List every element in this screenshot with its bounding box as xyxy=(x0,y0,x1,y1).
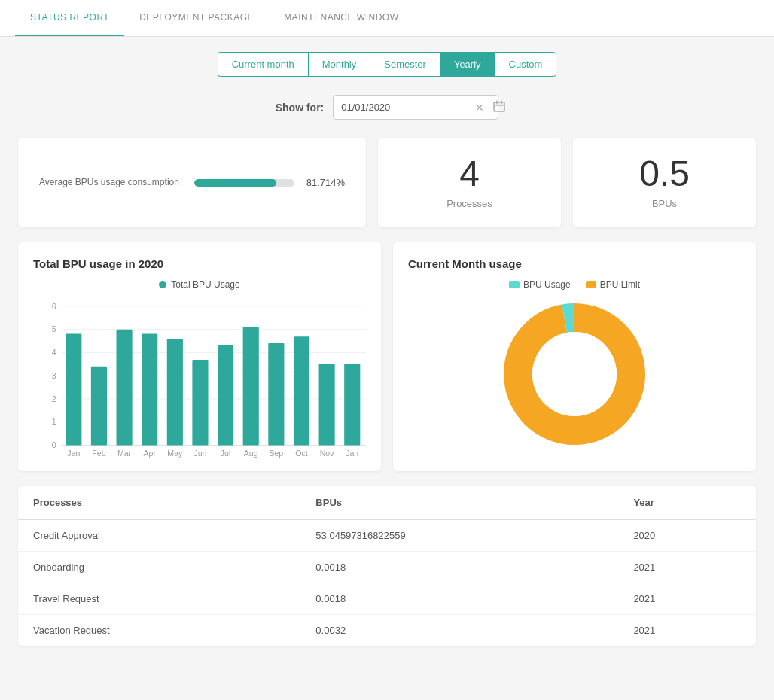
donut-legend: BPU Usage BPU Limit xyxy=(509,279,640,290)
show-for-label: Show for: xyxy=(276,102,325,114)
table-row: Onboarding 0.0018 2021 xyxy=(18,552,756,583)
calendar-icon xyxy=(493,100,505,112)
cell-bpus: 0.0018 xyxy=(300,583,618,615)
bpu-usage-legend-box xyxy=(509,281,520,288)
svg-rect-0 xyxy=(494,102,504,111)
period-selector: Current month Monthly Semester Yearly Cu… xyxy=(18,52,756,77)
processes-label: Processes xyxy=(393,198,546,209)
bar-chart-title: Total BPU usage in 2020 xyxy=(33,257,366,270)
period-current-month[interactable]: Current month xyxy=(218,52,308,77)
svg-text:Mar: Mar xyxy=(117,449,132,458)
svg-text:5: 5 xyxy=(52,325,56,334)
svg-text:Apr: Apr xyxy=(143,449,156,458)
svg-text:1: 1 xyxy=(52,417,56,426)
cell-year: 2020 xyxy=(618,519,756,552)
table-row: Credit Approval 53.04597316822559 2020 xyxy=(18,519,756,552)
bpus-card: 0.5 BPUs xyxy=(573,138,756,227)
bar-chart-svg: 6 5 4 3 2 1 0 xyxy=(33,296,366,461)
bar-chart-legend: Total BPU Usage xyxy=(33,279,366,290)
date-input[interactable] xyxy=(341,102,468,113)
svg-text:2: 2 xyxy=(52,394,56,403)
bar-oct xyxy=(294,336,309,445)
bar-jan2 xyxy=(344,364,360,446)
bar-apr xyxy=(142,333,157,445)
cell-year: 2021 xyxy=(618,552,756,583)
bpus-label: BPUs xyxy=(588,198,741,209)
bar-nov xyxy=(319,364,335,446)
progress-percentage: 81.714% xyxy=(303,177,345,188)
donut-center xyxy=(532,332,617,416)
bpu-limit-legend: BPU Limit xyxy=(586,279,640,290)
top-nav: STATUS REPORT DEPLOYMENT PACKAGE MAINTEN… xyxy=(0,0,774,37)
cell-year: 2021 xyxy=(618,615,756,647)
bpu-limit-legend-label: BPU Limit xyxy=(600,279,640,290)
table-row: Travel Request 0.0018 2021 xyxy=(18,583,756,615)
svg-text:Jun: Jun xyxy=(194,449,206,458)
date-input-wrapper: ✕ xyxy=(333,95,498,120)
svg-text:3: 3 xyxy=(52,371,56,380)
bpu-limit-legend-box xyxy=(586,281,596,288)
tab-maintenance-window[interactable]: MAINTENANCE WINDOW xyxy=(269,0,413,36)
usage-card: Average BPUs usage consumption 81.714% xyxy=(18,138,366,227)
usage-label: Average BPUs usage consumption xyxy=(39,176,179,189)
table-row: Vacation Request 0.0032 2021 xyxy=(18,615,756,647)
processes-value: 4 xyxy=(393,156,546,192)
svg-text:Jan: Jan xyxy=(67,449,80,458)
svg-text:Jul: Jul xyxy=(221,449,230,458)
col-year: Year xyxy=(618,486,756,519)
calendar-icon-button[interactable] xyxy=(492,100,507,114)
col-bpus: BPUs xyxy=(300,486,618,519)
bar-jan xyxy=(66,333,81,445)
svg-text:Oct: Oct xyxy=(295,449,307,458)
period-custom[interactable]: Custom xyxy=(495,52,557,77)
progress-bar-bg xyxy=(194,179,294,187)
svg-text:Jan: Jan xyxy=(346,449,358,458)
donut-area: BPU Usage BPU Limit xyxy=(408,279,741,449)
show-for-row: Show for: ✕ xyxy=(18,95,756,120)
cell-year: 2021 xyxy=(618,583,756,615)
svg-text:Nov: Nov xyxy=(320,449,334,458)
period-yearly[interactable]: Yearly xyxy=(440,52,495,77)
chart-row: Total BPU usage in 2020 Total BPU Usage … xyxy=(18,242,756,471)
stat-cards-row: Average BPUs usage consumption 81.714% 4… xyxy=(18,138,756,227)
bar-sep xyxy=(268,343,284,445)
bar-jun xyxy=(192,360,208,445)
bpu-usage-legend: BPU Usage xyxy=(509,279,571,290)
cell-bpus: 0.0018 xyxy=(300,552,618,583)
progress-area: 81.714% xyxy=(194,177,345,188)
donut-chart-card: Current Month usage BPU Usage BPU Limit xyxy=(393,242,756,471)
svg-text:May: May xyxy=(167,449,183,458)
bar-may xyxy=(167,339,183,445)
svg-text:Sep: Sep xyxy=(269,449,283,458)
tab-status-report[interactable]: STATUS REPORT xyxy=(15,0,124,36)
table-header-row: Processes BPUs Year xyxy=(18,486,756,519)
clear-date-button[interactable]: ✕ xyxy=(474,102,486,114)
bar-mar xyxy=(117,330,133,446)
svg-text:6: 6 xyxy=(52,302,56,311)
svg-text:0: 0 xyxy=(52,440,56,449)
svg-text:Aug: Aug xyxy=(244,449,258,458)
cell-process: Travel Request xyxy=(18,583,300,615)
col-processes: Processes xyxy=(18,486,300,519)
cell-bpus: 0.0032 xyxy=(300,615,618,647)
bar-chart-card: Total BPU usage in 2020 Total BPU Usage … xyxy=(18,242,381,471)
processes-card: 4 Processes xyxy=(378,138,561,227)
data-table: Processes BPUs Year Credit Approval 53.0… xyxy=(18,486,756,646)
period-monthly[interactable]: Monthly xyxy=(308,52,370,77)
page-container: STATUS REPORT DEPLOYMENT PACKAGE MAINTEN… xyxy=(0,0,774,700)
donut-svg xyxy=(499,299,650,449)
cell-bpus: 53.04597316822559 xyxy=(300,519,618,552)
cell-process: Vacation Request xyxy=(18,615,300,647)
bpus-value: 0.5 xyxy=(588,156,741,192)
cell-process: Onboarding xyxy=(18,552,300,583)
tab-deployment-package[interactable]: DEPLOYMENT PACKAGE xyxy=(124,0,269,36)
period-semester[interactable]: Semester xyxy=(370,52,440,77)
table-card: Processes BPUs Year Credit Approval 53.0… xyxy=(18,486,756,646)
bar-aug xyxy=(243,327,259,446)
main-content: Current month Monthly Semester Yearly Cu… xyxy=(0,37,774,661)
bpu-usage-legend-label: BPU Usage xyxy=(523,279,571,290)
bar-legend-label: Total BPU Usage xyxy=(171,279,239,290)
svg-text:Feb: Feb xyxy=(92,449,105,458)
cell-process: Credit Approval xyxy=(18,519,300,552)
donut-chart-title: Current Month usage xyxy=(408,257,741,270)
